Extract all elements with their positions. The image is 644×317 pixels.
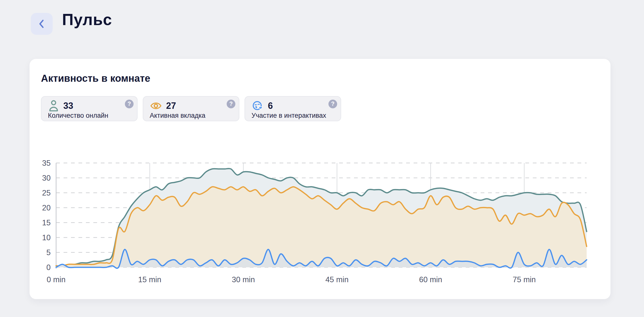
y-axis-tick-label: 30: [42, 174, 51, 182]
chevron-left-icon: [35, 18, 48, 30]
eye-icon: [150, 102, 162, 110]
stat-label-interactive: Участие в интерактивах: [252, 112, 326, 120]
y-axis-tick-label: 25: [42, 189, 51, 197]
stats-row: 33 Количество онлайн ? 27 Активная вклад…: [41, 96, 341, 121]
stat-badge-online: 33 Количество онлайн ?: [41, 96, 138, 121]
y-axis-tick-label: 15: [42, 218, 51, 227]
stat-badge-interactive: 6 Участие в интерактивах ?: [244, 96, 341, 121]
stat-value-interactive: 6: [268, 101, 273, 110]
x-axis-tick-label: 45 min: [326, 275, 348, 284]
stat-badge-active-tab: 27 Активная вкладка ?: [143, 96, 239, 121]
x-axis-tick-label: 60 min: [419, 275, 442, 284]
stat-label-online: Количество онлайн: [48, 112, 108, 120]
back-button[interactable]: [31, 13, 53, 35]
help-icon[interactable]: ?: [125, 100, 134, 108]
person-icon: [48, 100, 59, 112]
kiss-face-icon: [252, 100, 264, 112]
x-axis-tick-label: 15 min: [138, 275, 161, 284]
activity-card: 051015202530350 min15 min30 min45 min60 …: [30, 59, 610, 299]
y-axis-tick-label: 0: [46, 263, 51, 272]
x-axis-tick-label: 30 min: [232, 275, 255, 284]
y-axis-tick-label: 5: [46, 248, 51, 257]
card-heading: Активность в комнате: [41, 73, 150, 84]
y-axis-tick-label: 20: [42, 203, 51, 212]
x-axis-tick-label: 75 min: [513, 275, 536, 284]
page-title: Пульс: [62, 11, 112, 29]
stat-label-active-tab: Активная вкладка: [150, 112, 205, 120]
activity-chart: 051015202530350 min15 min30 min45 min60 …: [30, 59, 610, 299]
x-axis-tick-label: 0 min: [47, 275, 66, 284]
help-icon[interactable]: ?: [227, 100, 235, 108]
help-icon[interactable]: ?: [328, 100, 337, 108]
stat-value-online: 33: [63, 101, 73, 110]
stat-value-active-tab: 27: [166, 101, 176, 110]
y-axis-tick-label: 10: [42, 233, 51, 242]
y-axis-tick-label: 35: [42, 159, 51, 167]
